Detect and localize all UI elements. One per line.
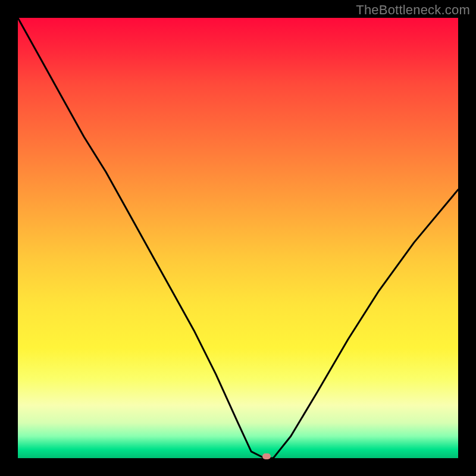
- watermark: TheBottleneck.com: [356, 2, 470, 18]
- optimal-point-marker: [262, 453, 271, 459]
- bottleneck-curve: [18, 18, 458, 458]
